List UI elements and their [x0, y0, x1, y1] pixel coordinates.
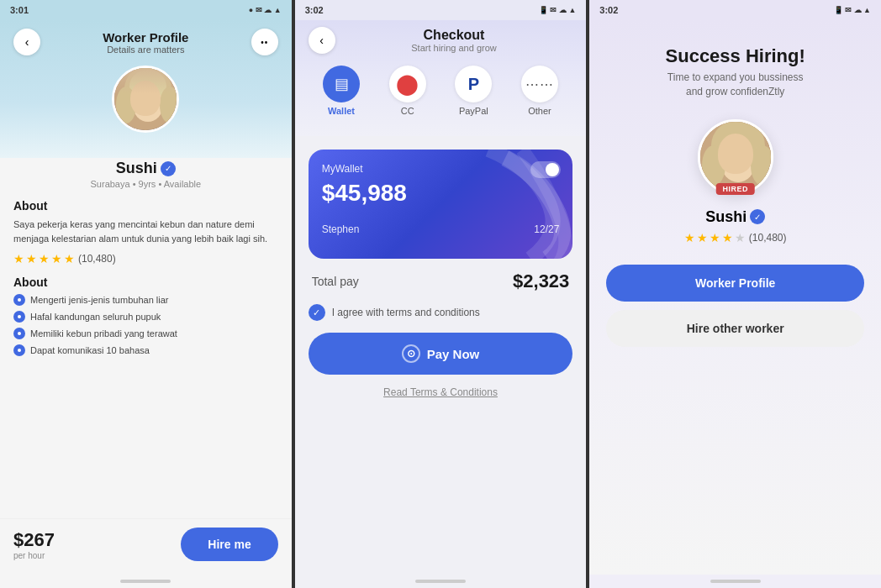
success-stars-row: ★ ★ ★ ★ ★ (10,480): [684, 231, 787, 244]
success-subtitle: Time to expand you bussinessand grow con…: [667, 71, 804, 99]
bottom-indicator-2: [295, 575, 587, 588]
pay-icon: ⊙: [402, 344, 420, 363]
star-s5: ★: [735, 231, 746, 244]
paypal-label: PayPal: [459, 106, 488, 116]
other-icon: ⋯⋯: [521, 66, 558, 102]
checkout-back-button[interactable]: ‹: [309, 27, 335, 54]
pay-now-button[interactable]: ⊙ Pay Now: [309, 333, 573, 375]
terms-link[interactable]: Read Terms & Conditions: [309, 386, 573, 398]
rating-count: (10,480): [78, 253, 116, 265]
tab-other[interactable]: ⋯⋯ Other: [521, 66, 558, 116]
wallet-label: Wallet: [328, 106, 355, 116]
skill-text: Mengerti jenis-jenis tumbuhan liar: [30, 295, 168, 305]
screen2-body: MyWallet $45,988 Stephen 12/27 Total pay…: [295, 136, 587, 575]
hired-badge: HIRED: [715, 183, 755, 195]
worker-meta: Surabaya • 9yrs • Available: [13, 179, 278, 189]
checkout-title-block: Checkout Start hiring and grow: [335, 28, 573, 53]
screen2-header: ‹ Checkout Start hiring and grow ▤ Walle…: [295, 20, 587, 136]
screen1-header: ‹ Worker Profile Details are matters ••: [0, 20, 292, 158]
tab-cc[interactable]: ⬤ CC: [389, 66, 426, 116]
skill-item: Mengerti jenis-jenis tumbuhan liar: [13, 294, 278, 306]
status-time-3: 3:02: [599, 5, 618, 15]
back-button[interactable]: ‹: [13, 29, 40, 55]
success-worker-name: Sushi: [705, 208, 746, 226]
total-label: Total pay: [312, 275, 359, 288]
skill-item: Memiliki kebun pribadi yang terawat: [13, 328, 278, 339]
wallet-footer: Stephen 12/27: [322, 223, 560, 235]
svg-point-3: [133, 88, 163, 122]
svg-point-6: [140, 102, 145, 105]
wallet-icon: ▤: [323, 66, 360, 102]
price-block: $267 per hour: [13, 529, 55, 560]
status-time-1: 3:01: [10, 5, 29, 15]
skill-item: Hafal kandungan seluruh pupuk: [13, 311, 278, 323]
status-bar-2: 3:02 📱 ✉ ☁ ▲: [295, 0, 587, 20]
success-avatar-wrap: HIRED: [698, 119, 773, 195]
page-subtitle: Details are matters: [40, 45, 251, 55]
bottom-indicator-3: [589, 575, 881, 588]
star-s4: ★: [722, 231, 733, 244]
star-s3: ★: [710, 231, 720, 244]
hire-button[interactable]: Hire me: [181, 528, 277, 561]
tab-wallet[interactable]: ▤ Wallet: [323, 66, 360, 116]
star-s1: ★: [684, 231, 695, 244]
status-bar-1: 3:01 ● ✉ ☁ ▲: [0, 0, 292, 20]
wallet-card: MyWallet $45,988 Stephen 12/27: [309, 150, 573, 259]
wallet-name: MyWallet: [322, 163, 560, 175]
success-avatar-image: [700, 122, 771, 192]
worker-name-row: Sushi ✓: [13, 160, 278, 177]
worker-profile-button[interactable]: Worker Profile: [606, 265, 864, 302]
screen2-checkout: 3:02 📱 ✉ ☁ ▲ ‹ Checkout Start hiring and…: [295, 0, 587, 588]
total-row: Total pay $2,323: [309, 270, 573, 292]
skill-text: Memiliki kebun pribadi yang terawat: [30, 328, 177, 339]
cc-label: CC: [401, 106, 414, 116]
screen1-footer: $267 per hour Hire me: [0, 518, 292, 575]
checkout-title: Checkout: [335, 28, 573, 43]
indicator-bar: [120, 580, 171, 583]
wallet-holder: Stephen: [322, 223, 360, 235]
success-verified-badge: ✓: [750, 209, 765, 224]
screen3-body: Success Hiring! Time to expand you bussi…: [589, 20, 881, 575]
star-1: ★: [13, 252, 24, 265]
wallet-toggle[interactable]: [530, 161, 561, 178]
stars-row: ★ ★ ★ ★ ★ (10,480): [13, 252, 278, 265]
svg-point-13: [729, 159, 733, 162]
payment-tabs: ▤ Wallet ⬤ CC P PayPal ⋯⋯ Other: [309, 59, 573, 116]
about-text: Saya pekerja keras yang mencintai kebun …: [13, 218, 278, 245]
checkout-subtitle: Start hiring and grow: [335, 43, 573, 53]
status-icons-3: 📱 ✉ ☁ ▲: [834, 6, 871, 14]
svg-point-7: [152, 102, 156, 105]
success-title: Success Hiring!: [666, 45, 805, 67]
star-4: ★: [51, 252, 62, 265]
price-amount: $267: [13, 529, 55, 551]
status-time-2: 3:02: [305, 5, 324, 15]
pay-label: Pay Now: [427, 347, 480, 361]
avatar: [112, 66, 179, 133]
total-amount: $2,323: [513, 270, 569, 292]
star-2: ★: [26, 252, 37, 265]
star-5: ★: [64, 252, 75, 265]
terms-checkbox[interactable]: ✓: [309, 304, 325, 321]
success-rating-count: (10,480): [749, 232, 787, 244]
tab-paypal[interactable]: P PayPal: [455, 66, 492, 116]
header-top: ‹ Worker Profile Details are matters ••: [13, 29, 278, 55]
more-button[interactable]: ••: [251, 29, 278, 55]
svg-point-11: [702, 145, 725, 186]
hire-other-button[interactable]: Hire other worker: [606, 310, 864, 347]
skill-dot: [13, 344, 25, 356]
terms-row: ✓ I agree with terms and conditions: [309, 304, 573, 321]
skill-dot: [13, 294, 25, 306]
svg-point-14: [742, 159, 746, 162]
svg-point-4: [116, 87, 136, 123]
skills-title: About: [13, 276, 278, 289]
star-s2: ★: [697, 231, 708, 244]
price-per: per hour: [13, 551, 55, 560]
screen1-body: Sushi ✓ Surabaya • 9yrs • Available Abou…: [0, 158, 292, 518]
bottom-indicator: [0, 575, 292, 588]
page-title: Worker Profile: [40, 30, 251, 45]
status-icons-1: ● ✉ ☁ ▲: [249, 6, 282, 14]
status-icons-2: 📱 ✉ ☁ ▲: [539, 6, 576, 14]
skill-text: Hafal kandungan seluruh pupuk: [30, 312, 161, 322]
status-bar-3: 3:02 📱 ✉ ☁ ▲: [589, 0, 881, 20]
skills-list: Mengerti jenis-jenis tumbuhan liar Hafal…: [13, 294, 278, 356]
